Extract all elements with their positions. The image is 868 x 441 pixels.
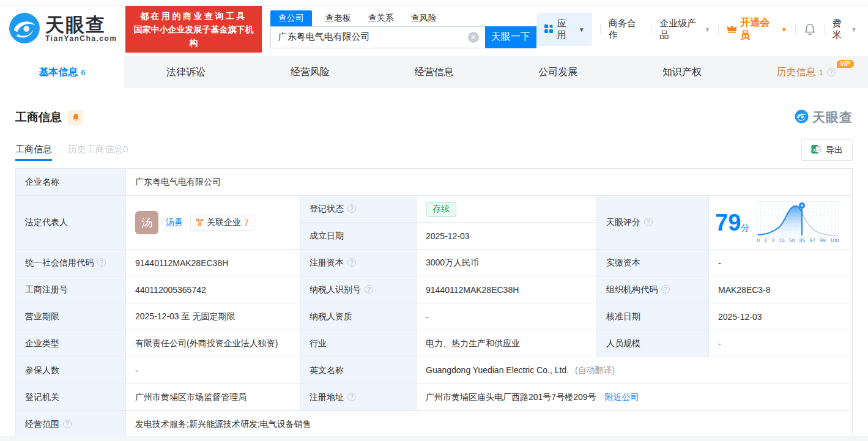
table-row: 参保人数 - 英文名称 Guangdong Yuedian Electric C… bbox=[16, 357, 853, 384]
logo-name: 天眼查 bbox=[45, 16, 117, 34]
help-icon[interactable]: ? bbox=[365, 285, 373, 294]
chevron-down-icon: ▼ bbox=[705, 26, 711, 33]
help-icon[interactable]: ? bbox=[661, 285, 670, 294]
score-distribution-chart[interactable]: 01 315 5085 9799 100 bbox=[757, 201, 839, 243]
reg-number-value: 440112005365742 bbox=[126, 276, 300, 303]
search-input[interactable] bbox=[270, 26, 485, 48]
bell-icon bbox=[804, 23, 816, 35]
business-term-value: 2025-12-03 至 无固定期限 bbox=[126, 303, 300, 330]
apps-label: 应用 bbox=[557, 18, 573, 41]
export-label: 导出 bbox=[826, 145, 843, 156]
field-label: 参保人数 bbox=[16, 357, 126, 384]
tab-intellectual-property[interactable]: 知识产权 bbox=[620, 56, 744, 88]
user-menu[interactable]: 费米 ▼ bbox=[832, 18, 857, 41]
help-icon[interactable]: ? bbox=[63, 420, 72, 428]
related-companies-label: 关联企业 bbox=[207, 217, 241, 228]
tab-label: 法律诉讼 bbox=[166, 66, 206, 79]
paid-capital-value: - bbox=[709, 250, 853, 276]
header-right-menu: 应用 ▼ 商务合作 企业级产品 ▼ 开通会员 ▼ bbox=[536, 13, 857, 46]
tab-company-development[interactable]: 公司发展 bbox=[496, 56, 620, 88]
tab-count: 1 bbox=[819, 68, 823, 77]
chevron-down-icon: ▼ bbox=[781, 26, 787, 33]
tab-label: 公司发展 bbox=[538, 66, 577, 79]
username: 费米 bbox=[832, 18, 849, 41]
field-label: 纳税人识别号? bbox=[300, 276, 417, 303]
business-info-table: 企业名称 广东粤电气电有限公司 法定代表人 汤 汤勇 关联企业 bbox=[15, 168, 853, 438]
excel-icon: x bbox=[811, 144, 821, 156]
tab-operating-risk[interactable]: 经营风险 bbox=[248, 56, 372, 88]
search-tab-company[interactable]: 查公司 bbox=[270, 10, 312, 26]
vip-upgrade-menu[interactable]: 开通会员 ▼ bbox=[727, 17, 787, 42]
vip-tag: VIP bbox=[837, 60, 854, 68]
help-icon[interactable]: ? bbox=[97, 258, 106, 267]
field-label: 人员规模 bbox=[597, 330, 709, 357]
business-cooperation-link[interactable]: 商务合作 bbox=[609, 18, 644, 41]
score-cell: 79分 bbox=[709, 196, 853, 250]
company-nav-tabs: 基本信息 6 法律诉讼 经营风险 经营信息 公司发展 知识产权 VIP 历史信息… bbox=[0, 56, 868, 88]
subtab-business-info[interactable]: 工商信息 bbox=[15, 140, 52, 161]
section-divider bbox=[0, 436, 868, 441]
tianyancha-logo[interactable]: 天眼查 TianYanCha.com bbox=[9, 12, 117, 46]
help-icon[interactable]: ? bbox=[347, 393, 356, 401]
apps-menu[interactable]: 应用 ▼ bbox=[536, 13, 592, 46]
enterprise-products-menu[interactable]: 企业级产品 ▼ bbox=[659, 18, 710, 41]
field-label: 组织机构代码? bbox=[597, 276, 709, 303]
divider bbox=[824, 24, 825, 34]
field-label: 法定代表人 bbox=[16, 196, 126, 250]
table-row: 企业类型 有限责任公司(外商投资企业法人独资) 行业 电力、热力生产和供应业 人… bbox=[16, 330, 853, 357]
tab-legal-proceedings[interactable]: 法律诉讼 bbox=[124, 56, 248, 88]
tab-count: 6 bbox=[81, 68, 85, 77]
tab-operating-info[interactable]: 经营信息 bbox=[372, 56, 496, 88]
tianyancha-watermark-icon bbox=[795, 109, 809, 126]
company-name-value: 广东粤电气电有限公司 bbox=[126, 169, 853, 196]
tianyancha-watermark: 天眼查 bbox=[795, 109, 853, 126]
search-tab-boss[interactable]: 查老板 bbox=[325, 13, 351, 26]
reg-capital-value: 3000万人民币 bbox=[417, 250, 597, 276]
establish-date-value: 2025-12-03 bbox=[417, 223, 597, 250]
help-icon[interactable]: ? bbox=[347, 258, 356, 267]
reg-status-value: 存续 bbox=[417, 196, 597, 223]
subscribe-bell-button[interactable] bbox=[68, 110, 83, 125]
help-icon[interactable]: ? bbox=[347, 204, 356, 213]
business-scope-value: 发电技术服务;新兴能源技术研发;电气设备销售 bbox=[126, 411, 853, 438]
search-tab-risk[interactable]: 查风险 bbox=[411, 13, 437, 26]
tab-basic-info[interactable]: 基本信息 6 bbox=[0, 56, 124, 88]
approval-date-value: 2025-12-03 bbox=[709, 303, 853, 330]
subtab-history-business-info[interactable]: 历史工商信息0 bbox=[68, 140, 128, 161]
table-row: 企业名称 广东粤电气电有限公司 bbox=[16, 169, 853, 196]
search-tab-relation[interactable]: 查关系 bbox=[368, 13, 394, 26]
legal-rep-link[interactable]: 汤勇 bbox=[166, 217, 183, 228]
field-label: 核准日期 bbox=[597, 303, 709, 330]
watermark-text: 天眼查 bbox=[812, 109, 853, 126]
field-label: 注册资本? bbox=[300, 250, 417, 276]
notifications-bell[interactable] bbox=[804, 23, 816, 35]
promo-line1: 都在用的商业查询工具 bbox=[132, 9, 255, 23]
clear-search-icon[interactable]: ✕ bbox=[468, 32, 479, 43]
promo-line2: 国家中小企业发展子基金旗下机构 bbox=[132, 23, 255, 50]
related-companies-badge[interactable]: 关联企业 7 bbox=[190, 215, 254, 231]
field-label: 实缴资本 bbox=[597, 250, 709, 276]
taxpayer-id-value: 91440112MAK28EC38H bbox=[417, 276, 597, 303]
field-label: 成立日期 bbox=[300, 223, 417, 250]
help-icon[interactable]: ? bbox=[644, 218, 653, 226]
legal-rep-avatar[interactable]: 汤 bbox=[135, 211, 158, 234]
english-name-value: Guangdong Yuedian Electric Co., Ltd. (自动… bbox=[417, 357, 853, 384]
tianyancha-logo-icon bbox=[9, 12, 40, 46]
credit-code-value: 91440112MAK28EC38H bbox=[126, 250, 300, 276]
crown-icon bbox=[727, 24, 737, 35]
table-row: 经营范围? 发电技术服务;新兴能源技术研发;电气设备销售 bbox=[16, 411, 853, 438]
field-label: 企业类型 bbox=[16, 330, 126, 357]
staff-size-value: - bbox=[709, 330, 853, 357]
tab-label: 经营风险 bbox=[291, 66, 330, 79]
nearby-companies-link[interactable]: 附近公司 bbox=[604, 392, 639, 402]
divider bbox=[795, 24, 796, 34]
table-row: 营业期限 2025-12-03 至 无固定期限 纳税人资质 - 核准日期 202… bbox=[16, 303, 853, 330]
tab-history-info[interactable]: VIP 历史信息 1 ? bbox=[744, 56, 868, 88]
auto-translate-note: (自动翻译) bbox=[575, 365, 615, 375]
export-button[interactable]: x 导出 bbox=[801, 139, 853, 161]
search-button[interactable]: 天眼一下 bbox=[485, 26, 536, 48]
help-icon[interactable]: ? bbox=[827, 68, 836, 76]
tab-label: 历史信息 bbox=[777, 66, 816, 79]
table-row: 登记机关 广州市黄埔区市场监督管理局 注册地址? 广州市黄埔区庙头电厂西路201… bbox=[16, 384, 853, 411]
org-code-value: MAK28EC3-8 bbox=[709, 276, 853, 303]
